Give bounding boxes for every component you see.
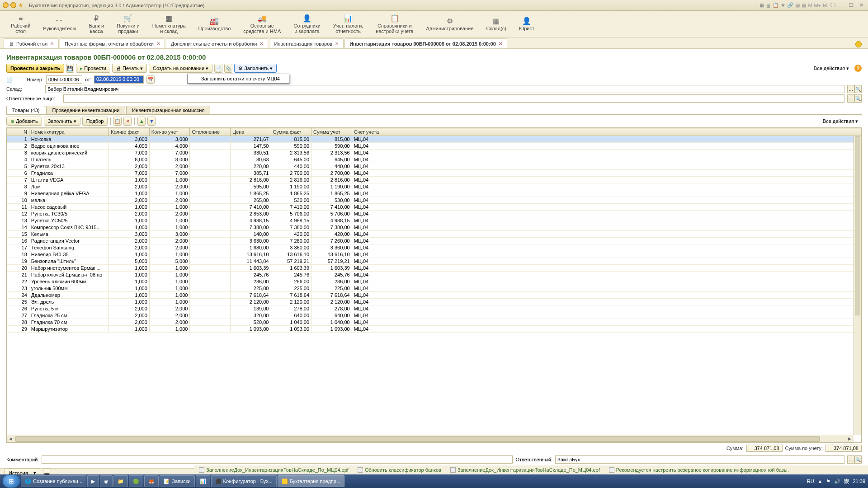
inner-tab[interactable]: Товары (43) xyxy=(6,106,45,114)
tab-close-icon[interactable]: ✕ xyxy=(156,41,160,46)
table-row[interactable]: 29Маршрутизатор1,0001,0001 093,001 093,0… xyxy=(7,326,861,333)
table-header[interactable]: Номенклатура xyxy=(29,128,108,136)
taskbar-item[interactable]: ◉ xyxy=(100,475,113,487)
tray-icon[interactable]: ⚑ xyxy=(826,479,830,484)
favorite-icon[interactable]: ★ xyxy=(18,2,24,9)
table-all-actions-button[interactable]: Все действия ▾ xyxy=(819,117,862,126)
open-icon[interactable]: 🔍 xyxy=(854,85,862,93)
table-row[interactable]: 10малка2,0002,000265,00530,00530,00МЦ.04 xyxy=(7,197,861,204)
open-icon[interactable]: 🔍 xyxy=(854,94,862,103)
table-header[interactable]: Цена xyxy=(230,128,271,136)
scroll-right-icon[interactable]: ▶ xyxy=(846,435,854,443)
table-row[interactable]: 20Набор инструментов Ермак ...1,0001,000… xyxy=(7,265,861,272)
goods-table[interactable]: NНоменклатураКол-во фактКол-во учетОткло… xyxy=(7,128,861,333)
fill-menu-item[interactable]: Заполнить остатки по счету МЦ04 xyxy=(188,74,289,83)
fill-button[interactable]: ⚙ Заполнить ▾ xyxy=(234,64,277,73)
pick-button[interactable]: Подбор xyxy=(82,117,108,126)
info-link[interactable]: ЗаполнениеДок_ИнвентаризацияТовНаСкладе_… xyxy=(450,467,600,473)
tab-close-icon[interactable]: ✕ xyxy=(335,41,339,46)
table-row[interactable]: 19Бензопила "Штиль"5,0005,00011 443,8457… xyxy=(7,258,861,265)
section-item[interactable]: ₽Банк икасса xyxy=(83,13,110,36)
taskbar-item[interactable]: 📁 xyxy=(113,475,128,487)
comment-input[interactable] xyxy=(42,455,513,464)
move-up-button[interactable]: ▲ xyxy=(137,117,146,126)
titlebar-tool-icon[interactable]: 🖨 xyxy=(766,3,771,8)
section-item[interactable]: 🚚Основныесредства и НМА xyxy=(237,13,287,36)
table-row[interactable]: 28Гладилка 70 см2,0002,000520,001 040,00… xyxy=(7,319,861,326)
table-row[interactable]: 24Ддальномер1,0001,0007 618,647 618,647 … xyxy=(7,292,861,299)
section-item[interactable]: 🛒Покупки ипродажи xyxy=(110,13,146,36)
table-row[interactable]: 15Кельма3,0003,000140,00420,00420,00МЦ.0… xyxy=(7,231,861,238)
responsible-input[interactable] xyxy=(555,455,844,464)
table-row[interactable]: 17Телефон Samsung2,0002,0001 680,003 360… xyxy=(7,244,861,251)
tray-lang[interactable]: RU xyxy=(807,479,814,484)
section-item[interactable]: 📋Справочники инастройки учета xyxy=(369,13,420,36)
tab-close-icon[interactable]: ✕ xyxy=(259,41,263,46)
table-row[interactable]: 12Рулетка TC30/52,0002,0002 853,005 706,… xyxy=(7,211,861,217)
date-picker-icon[interactable]: 📅 xyxy=(146,75,155,84)
table-row[interactable]: 21Набор ключей Ермак р-н 08 пр1,0001,000… xyxy=(7,272,861,278)
section-item[interactable]: ▦Склад(с) xyxy=(480,15,513,33)
taskbar-item[interactable]: ⬛Конфигуратор - Бух... xyxy=(211,475,277,487)
all-actions-button[interactable]: Все действия ▾ xyxy=(810,64,853,73)
taskbar-item[interactable]: 🟨Бухгалтерия предпр... xyxy=(278,475,344,487)
section-item[interactable]: ▦Номенклатураи склад xyxy=(146,13,192,36)
table-header[interactable]: Сумма факт xyxy=(271,128,311,136)
start-button[interactable]: ⊞ xyxy=(3,475,20,488)
table-row[interactable]: 2Ведро оцинкованное4,0004,000147,50590,0… xyxy=(7,143,861,150)
table-row[interactable]: 1Ножовка3,0003,000271,67815,00815,00МЦ.0… xyxy=(7,136,861,143)
copy-row-button[interactable]: 📋 xyxy=(113,117,122,126)
taskbar-item[interactable]: 📊 xyxy=(196,475,210,487)
table-row[interactable]: 9Нивелирная рейка VEGA1,0001,0001 865,25… xyxy=(7,190,861,197)
post-button[interactable]: ▸Провести xyxy=(76,64,110,73)
titlebar-tool-icon[interactable]: ★ xyxy=(781,2,785,8)
section-item[interactable]: 🏭Производство xyxy=(192,15,237,33)
select-icon[interactable]: … xyxy=(847,85,854,93)
table-row[interactable]: 8Лом2,0002,000595,001 190,001 190,00МЦ.0… xyxy=(7,183,861,190)
document-tab[interactable]: Дополнительные отчеты и обработки✕ xyxy=(166,38,269,48)
info-link[interactable]: Рекомендуется настроить резервное копиро… xyxy=(609,467,789,473)
inner-tab[interactable]: Инвентаризационная комиссия xyxy=(126,106,210,114)
table-row[interactable]: 7Штатив VEGA1,0001,0002 816,002 816,002 … xyxy=(7,177,861,183)
create-based-button[interactable]: Создать на основании ▾ xyxy=(149,64,212,73)
titlebar-tool-icon[interactable]: ▤ xyxy=(802,2,806,8)
taskbar-item[interactable]: 🟢 xyxy=(129,475,143,487)
tab-close-icon[interactable]: ✕ xyxy=(499,41,502,46)
open-icon[interactable]: 🔍 xyxy=(854,455,862,464)
table-header[interactable]: Сумма учет xyxy=(311,128,352,136)
delete-row-button[interactable]: ✕ xyxy=(123,117,132,126)
warehouse-input[interactable] xyxy=(45,85,844,93)
titlebar-tool-icon[interactable]: ▤ xyxy=(795,2,800,8)
close-button[interactable]: ✕ xyxy=(857,2,865,9)
table-row[interactable]: 6Гладилка7,0007,000385,712 700,002 700,0… xyxy=(7,170,861,177)
date-input[interactable]: 02.08.2015 0:00:00 xyxy=(94,75,144,84)
info-link[interactable]: ЗаполнениеДок_ИнвентаризацияТовНаСкладе_… xyxy=(199,467,349,473)
taskbar-item[interactable]: ▶ xyxy=(87,475,99,487)
scroll-left-icon[interactable]: ◀ xyxy=(7,435,14,443)
minimize-button[interactable]: — xyxy=(837,2,845,9)
table-row[interactable]: 23угольник 500мм1,0001,000225,00225,0022… xyxy=(7,285,861,292)
post-and-close-button[interactable]: Провести и закрыть xyxy=(6,64,64,73)
fill-table-button[interactable]: Заполнить ▾ xyxy=(44,117,80,126)
resp-person-input[interactable] xyxy=(63,94,844,103)
table-header[interactable]: Счет учета xyxy=(352,128,861,136)
table-header[interactable]: Отклонение xyxy=(190,128,231,136)
horizontal-scrollbar[interactable]: ◀ ▶ xyxy=(7,435,854,442)
table-header[interactable]: N xyxy=(7,128,29,136)
calc-m-plus[interactable]: M+ xyxy=(814,3,821,8)
tab-close-icon[interactable]: ✕ xyxy=(50,41,54,46)
calc-m[interactable]: M xyxy=(808,3,812,8)
add-row-button[interactable]: ⊕ Добавить xyxy=(6,117,42,126)
save-button[interactable]: 💾 xyxy=(66,64,74,73)
maximize-button[interactable]: ❐ xyxy=(847,2,855,9)
select-icon[interactable]: … xyxy=(847,455,854,464)
document-tab[interactable]: Печатные формы, отчеты и обработки✕ xyxy=(60,38,165,48)
table-row[interactable]: 11Насос садовый1,0001,0007 410,007 410,0… xyxy=(7,204,861,211)
inner-tab[interactable]: Проведение инвентаризации xyxy=(46,106,125,114)
table-row[interactable]: 25Эл. дрель1,0001,0002 120,002 120,002 1… xyxy=(7,299,861,305)
nav-forward-icon[interactable] xyxy=(10,2,16,8)
taskbar-item[interactable]: 🌐Создание публикац... xyxy=(21,475,86,487)
table-row[interactable]: 27Гладилка 25 см2,0002,000320,00640,0064… xyxy=(7,312,861,319)
table-header[interactable]: Кол-во учет xyxy=(149,128,190,136)
section-item[interactable]: ⚙Администрирование xyxy=(420,15,480,33)
